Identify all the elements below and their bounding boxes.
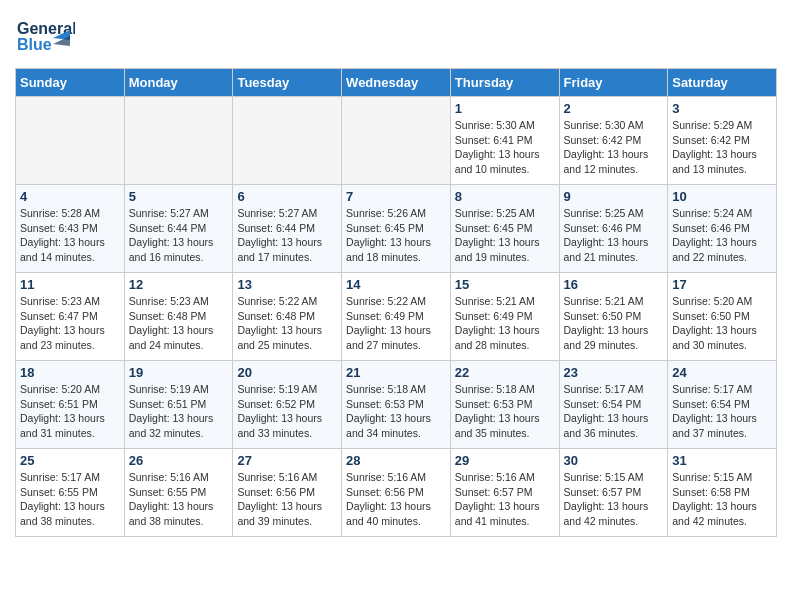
day-number: 20: [237, 365, 337, 380]
day-info: Sunrise: 5:26 AM Sunset: 6:45 PM Dayligh…: [346, 206, 446, 265]
day-number: 2: [564, 101, 664, 116]
day-number: 4: [20, 189, 120, 204]
day-number: 25: [20, 453, 120, 468]
day-info: Sunrise: 5:23 AM Sunset: 6:48 PM Dayligh…: [129, 294, 229, 353]
weekday-header-thursday: Thursday: [450, 69, 559, 97]
page-container: General Blue SundayMondayTuesdayWednesda…: [0, 0, 792, 547]
day-info: Sunrise: 5:16 AM Sunset: 6:57 PM Dayligh…: [455, 470, 555, 529]
day-info: Sunrise: 5:30 AM Sunset: 6:41 PM Dayligh…: [455, 118, 555, 177]
day-info: Sunrise: 5:15 AM Sunset: 6:58 PM Dayligh…: [672, 470, 772, 529]
calendar-cell: 15Sunrise: 5:21 AM Sunset: 6:49 PM Dayli…: [450, 273, 559, 361]
day-info: Sunrise: 5:20 AM Sunset: 6:51 PM Dayligh…: [20, 382, 120, 441]
day-number: 7: [346, 189, 446, 204]
calendar-cell: 27Sunrise: 5:16 AM Sunset: 6:56 PM Dayli…: [233, 449, 342, 537]
day-number: 30: [564, 453, 664, 468]
calendar-cell: 25Sunrise: 5:17 AM Sunset: 6:55 PM Dayli…: [16, 449, 125, 537]
day-info: Sunrise: 5:29 AM Sunset: 6:42 PM Dayligh…: [672, 118, 772, 177]
day-number: 16: [564, 277, 664, 292]
day-number: 29: [455, 453, 555, 468]
day-number: 19: [129, 365, 229, 380]
day-info: Sunrise: 5:24 AM Sunset: 6:46 PM Dayligh…: [672, 206, 772, 265]
calendar-cell: 30Sunrise: 5:15 AM Sunset: 6:57 PM Dayli…: [559, 449, 668, 537]
day-info: Sunrise: 5:17 AM Sunset: 6:55 PM Dayligh…: [20, 470, 120, 529]
day-info: Sunrise: 5:28 AM Sunset: 6:43 PM Dayligh…: [20, 206, 120, 265]
logo-icon: General Blue: [15, 10, 75, 62]
day-number: 23: [564, 365, 664, 380]
day-info: Sunrise: 5:16 AM Sunset: 6:55 PM Dayligh…: [129, 470, 229, 529]
weekday-header-saturday: Saturday: [668, 69, 777, 97]
day-info: Sunrise: 5:20 AM Sunset: 6:50 PM Dayligh…: [672, 294, 772, 353]
day-info: Sunrise: 5:30 AM Sunset: 6:42 PM Dayligh…: [564, 118, 664, 177]
week-row-2: 4Sunrise: 5:28 AM Sunset: 6:43 PM Daylig…: [16, 185, 777, 273]
day-number: 10: [672, 189, 772, 204]
day-number: 24: [672, 365, 772, 380]
day-info: Sunrise: 5:25 AM Sunset: 6:45 PM Dayligh…: [455, 206, 555, 265]
calendar-cell: 22Sunrise: 5:18 AM Sunset: 6:53 PM Dayli…: [450, 361, 559, 449]
day-info: Sunrise: 5:27 AM Sunset: 6:44 PM Dayligh…: [129, 206, 229, 265]
calendar-cell: 14Sunrise: 5:22 AM Sunset: 6:49 PM Dayli…: [342, 273, 451, 361]
week-row-1: 1Sunrise: 5:30 AM Sunset: 6:41 PM Daylig…: [16, 97, 777, 185]
week-row-3: 11Sunrise: 5:23 AM Sunset: 6:47 PM Dayli…: [16, 273, 777, 361]
day-info: Sunrise: 5:17 AM Sunset: 6:54 PM Dayligh…: [564, 382, 664, 441]
day-number: 22: [455, 365, 555, 380]
day-number: 1: [455, 101, 555, 116]
calendar-cell: 20Sunrise: 5:19 AM Sunset: 6:52 PM Dayli…: [233, 361, 342, 449]
calendar-cell: 17Sunrise: 5:20 AM Sunset: 6:50 PM Dayli…: [668, 273, 777, 361]
day-info: Sunrise: 5:21 AM Sunset: 6:50 PM Dayligh…: [564, 294, 664, 353]
calendar-cell: [342, 97, 451, 185]
calendar-cell: 6Sunrise: 5:27 AM Sunset: 6:44 PM Daylig…: [233, 185, 342, 273]
calendar-cell: 24Sunrise: 5:17 AM Sunset: 6:54 PM Dayli…: [668, 361, 777, 449]
day-info: Sunrise: 5:16 AM Sunset: 6:56 PM Dayligh…: [346, 470, 446, 529]
calendar-cell: 16Sunrise: 5:21 AM Sunset: 6:50 PM Dayli…: [559, 273, 668, 361]
day-number: 31: [672, 453, 772, 468]
calendar-cell: 26Sunrise: 5:16 AM Sunset: 6:55 PM Dayli…: [124, 449, 233, 537]
day-number: 18: [20, 365, 120, 380]
day-info: Sunrise: 5:25 AM Sunset: 6:46 PM Dayligh…: [564, 206, 664, 265]
calendar-cell: 3Sunrise: 5:29 AM Sunset: 6:42 PM Daylig…: [668, 97, 777, 185]
day-info: Sunrise: 5:17 AM Sunset: 6:54 PM Dayligh…: [672, 382, 772, 441]
day-number: 27: [237, 453, 337, 468]
weekday-header-row: SundayMondayTuesdayWednesdayThursdayFrid…: [16, 69, 777, 97]
calendar-cell: 2Sunrise: 5:30 AM Sunset: 6:42 PM Daylig…: [559, 97, 668, 185]
calendar-table: SundayMondayTuesdayWednesdayThursdayFrid…: [15, 68, 777, 537]
svg-text:Blue: Blue: [17, 36, 52, 53]
day-number: 9: [564, 189, 664, 204]
calendar-cell: 11Sunrise: 5:23 AM Sunset: 6:47 PM Dayli…: [16, 273, 125, 361]
day-number: 17: [672, 277, 772, 292]
logo: General Blue: [15, 10, 75, 62]
day-number: 14: [346, 277, 446, 292]
day-info: Sunrise: 5:22 AM Sunset: 6:48 PM Dayligh…: [237, 294, 337, 353]
calendar-cell: 21Sunrise: 5:18 AM Sunset: 6:53 PM Dayli…: [342, 361, 451, 449]
day-number: 5: [129, 189, 229, 204]
calendar-cell: 31Sunrise: 5:15 AM Sunset: 6:58 PM Dayli…: [668, 449, 777, 537]
day-number: 26: [129, 453, 229, 468]
day-info: Sunrise: 5:23 AM Sunset: 6:47 PM Dayligh…: [20, 294, 120, 353]
day-info: Sunrise: 5:22 AM Sunset: 6:49 PM Dayligh…: [346, 294, 446, 353]
day-number: 13: [237, 277, 337, 292]
calendar-cell: 5Sunrise: 5:27 AM Sunset: 6:44 PM Daylig…: [124, 185, 233, 273]
calendar-cell: 23Sunrise: 5:17 AM Sunset: 6:54 PM Dayli…: [559, 361, 668, 449]
day-info: Sunrise: 5:18 AM Sunset: 6:53 PM Dayligh…: [455, 382, 555, 441]
day-number: 21: [346, 365, 446, 380]
calendar-cell: 29Sunrise: 5:16 AM Sunset: 6:57 PM Dayli…: [450, 449, 559, 537]
weekday-header-wednesday: Wednesday: [342, 69, 451, 97]
calendar-cell: 19Sunrise: 5:19 AM Sunset: 6:51 PM Dayli…: [124, 361, 233, 449]
day-number: 11: [20, 277, 120, 292]
day-info: Sunrise: 5:16 AM Sunset: 6:56 PM Dayligh…: [237, 470, 337, 529]
day-number: 8: [455, 189, 555, 204]
week-row-4: 18Sunrise: 5:20 AM Sunset: 6:51 PM Dayli…: [16, 361, 777, 449]
day-info: Sunrise: 5:21 AM Sunset: 6:49 PM Dayligh…: [455, 294, 555, 353]
weekday-header-monday: Monday: [124, 69, 233, 97]
day-number: 15: [455, 277, 555, 292]
header: General Blue: [15, 10, 777, 62]
day-info: Sunrise: 5:27 AM Sunset: 6:44 PM Dayligh…: [237, 206, 337, 265]
calendar-cell: 28Sunrise: 5:16 AM Sunset: 6:56 PM Dayli…: [342, 449, 451, 537]
calendar-cell: 7Sunrise: 5:26 AM Sunset: 6:45 PM Daylig…: [342, 185, 451, 273]
weekday-header-sunday: Sunday: [16, 69, 125, 97]
calendar-cell: 1Sunrise: 5:30 AM Sunset: 6:41 PM Daylig…: [450, 97, 559, 185]
week-row-5: 25Sunrise: 5:17 AM Sunset: 6:55 PM Dayli…: [16, 449, 777, 537]
calendar-cell: [16, 97, 125, 185]
calendar-cell: 13Sunrise: 5:22 AM Sunset: 6:48 PM Dayli…: [233, 273, 342, 361]
calendar-cell: 4Sunrise: 5:28 AM Sunset: 6:43 PM Daylig…: [16, 185, 125, 273]
day-number: 28: [346, 453, 446, 468]
